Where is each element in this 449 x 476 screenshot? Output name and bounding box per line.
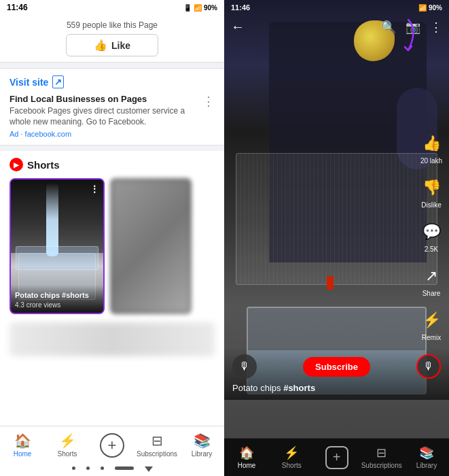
whatsapp-icon: 📱 bbox=[183, 4, 192, 12]
mic-button[interactable]: 🎙 bbox=[232, 354, 257, 379]
subscriptions-icon: ⊟ bbox=[151, 432, 163, 449]
right-panel: 11:46 📶 90% ← 🔍 📷 ⋮ bbox=[224, 0, 449, 476]
sys-back-indicator[interactable] bbox=[145, 466, 153, 472]
yt-nav-subscriptions[interactable]: ⊟ Subscriptions bbox=[359, 445, 404, 469]
remix-icon: ⚡ bbox=[419, 308, 444, 333]
mic-right-button[interactable]: 🎙 bbox=[416, 354, 441, 379]
shorts-title: Shorts bbox=[27, 159, 60, 171]
battery-left: 90% bbox=[204, 4, 217, 12]
signal-right-icon: 📶 bbox=[418, 4, 427, 12]
yt-video-title: Potato chips #shorts bbox=[232, 383, 441, 393]
external-link-icon: ↗ bbox=[52, 75, 64, 88]
fb-like-section: 559 people like this Page 👍 Like bbox=[0, 15, 224, 63]
like-icon: 👍 bbox=[419, 131, 444, 156]
dislike-label: Dislike bbox=[421, 201, 441, 209]
youtube-shorts-logo: ▶ bbox=[10, 158, 23, 171]
yt-nav-library[interactable]: 📚 Library bbox=[404, 445, 449, 469]
fb-nav-subscriptions[interactable]: ⊟ Subscriptions bbox=[134, 432, 179, 458]
video-title-text: Potato chips bbox=[232, 383, 283, 393]
yt-nav-shorts[interactable]: ⚡ Shorts bbox=[269, 445, 314, 469]
yt-bottom-nav: 🏠 Home ⚡ Shorts + ⊟ Subscriptions 📚 Libr… bbox=[224, 438, 449, 476]
remix-label: Remix bbox=[422, 334, 441, 341]
more-options-icon[interactable]: ⋮ bbox=[202, 94, 215, 109]
like-action[interactable]: 👍 20 lakh bbox=[419, 131, 444, 165]
ad-meta-text: Ad · facebook.com bbox=[10, 130, 71, 138]
yt-bottom-overlay: 🎙 Subscribe 🎙 Potato chips #shorts bbox=[224, 347, 449, 400]
like-button[interactable]: 👍 Like bbox=[66, 34, 158, 56]
fb-nav-add[interactable]: + bbox=[90, 433, 134, 458]
status-bar-right: 11:46 📶 90% bbox=[224, 0, 449, 15]
time-right: 11:46 bbox=[231, 3, 250, 12]
more-options-icon[interactable]: ⋮ bbox=[430, 20, 442, 35]
time-left: 11:46 bbox=[7, 3, 28, 12]
share-label: Share bbox=[423, 290, 441, 297]
fb-nav-lib-label: Library bbox=[192, 450, 213, 458]
yt-subs-icon: ⊟ bbox=[376, 445, 387, 460]
sys-dots-icon-3 bbox=[101, 466, 104, 470]
video-hashtag: #shorts bbox=[283, 383, 315, 393]
yt-nav-shorts-label: Shorts bbox=[282, 462, 302, 469]
share-action[interactable]: ↗ Share bbox=[419, 264, 444, 297]
shorts-card-views: 4.3 crore views bbox=[15, 301, 99, 309]
yt-nav-add[interactable]: + bbox=[314, 446, 359, 469]
library-icon: 📚 bbox=[194, 432, 211, 449]
yt-home-icon: 🏠 bbox=[239, 445, 254, 460]
likes-text: 559 people like this Page bbox=[67, 20, 158, 30]
subscribe-button[interactable]: Subscribe bbox=[303, 357, 370, 377]
shorts-header: ▶ Shorts bbox=[10, 158, 215, 171]
fb-nav-shorts-label: Shorts bbox=[58, 450, 77, 458]
shorts-card-more-icon[interactable]: ⋮ bbox=[90, 184, 99, 194]
remix-action[interactable]: ⚡ Remix bbox=[419, 308, 444, 341]
yt-action-buttons: 👍 20 lakh 👎 Dislike 💬 2.5K ↗ Share ⚡ Rem… bbox=[419, 131, 444, 341]
yt-shorts-icon: ⚡ bbox=[284, 445, 299, 460]
fb-nav-home-label: Home bbox=[14, 450, 32, 458]
yt-nav-lib-label: Library bbox=[416, 462, 437, 469]
fb-nav-home[interactable]: 🏠 Home bbox=[0, 432, 45, 458]
yt-controls-row: 🎙 Subscribe 🎙 bbox=[232, 354, 441, 379]
fb-ad-section: Find Local Businesses on Pages Facebook … bbox=[10, 94, 215, 138]
left-panel: 11:46 📱 📶 90% 559 people like this Page … bbox=[0, 0, 224, 476]
fb-nav-shorts[interactable]: ⚡ Shorts bbox=[45, 432, 90, 458]
ad-meta: Ad · facebook.com bbox=[10, 130, 197, 138]
dislike-action[interactable]: 👎 Dislike bbox=[419, 175, 444, 209]
yt-add-button[interactable]: + bbox=[325, 446, 348, 469]
status-icons-right: 📶 90% bbox=[418, 4, 442, 12]
fb-bottom-nav: 🏠 Home ⚡ Shorts + ⊟ Subscriptions 📚 Libr… bbox=[0, 426, 224, 464]
thumbs-up-icon: 👍 bbox=[94, 39, 107, 52]
ad-title: Find Local Businesses on Pages bbox=[10, 94, 197, 104]
yt-nav-home[interactable]: 🏠 Home bbox=[224, 445, 269, 469]
yt-nav-sub-label: Subscriptions bbox=[361, 462, 402, 469]
slicer-handle bbox=[327, 276, 334, 290]
back-button[interactable]: ← bbox=[231, 19, 245, 35]
visit-link[interactable]: Visit site ↗ bbox=[10, 75, 215, 88]
status-icons-left: 📱 📶 90% bbox=[183, 4, 217, 12]
slicer-grid-lines bbox=[236, 154, 437, 284]
shorts-nav-icon: ⚡ bbox=[59, 432, 76, 449]
battery-right: 90% bbox=[429, 4, 442, 12]
fb-ad-content: Find Local Businesses on Pages Facebook … bbox=[10, 94, 197, 138]
shorts-card-1[interactable]: ⋮ Potato chips #shorts 4.3 crore views bbox=[10, 178, 105, 314]
shorts-card-2-bg bbox=[110, 178, 192, 314]
add-button[interactable]: + bbox=[100, 433, 124, 458]
fb-nav-sub-label: Subscriptions bbox=[137, 450, 177, 458]
dislike-icon: 👎 bbox=[419, 175, 444, 200]
shorts-grid: ⋮ Potato chips #shorts 4.3 crore views bbox=[10, 178, 215, 314]
yt-library-icon: 📚 bbox=[419, 445, 434, 460]
fb-visit-section: Visit site ↗ Find Local Businesses on Pa… bbox=[0, 68, 224, 146]
ad-description: Facebook Pages gives direct customer ser… bbox=[10, 106, 197, 127]
sys-dots-icon-2 bbox=[86, 466, 90, 470]
shorts-card-overlay: Potato chips #shorts 4.3 crore views bbox=[11, 285, 103, 313]
slicer-tool bbox=[236, 153, 438, 284]
comment-action[interactable]: 💬 2.5K bbox=[419, 220, 444, 253]
yt-nav-home-label: Home bbox=[238, 462, 256, 469]
sys-dots-icon bbox=[72, 466, 75, 470]
shorts-card-title: Potato chips #shorts bbox=[15, 290, 99, 300]
yt-video-area[interactable]: 👍 20 lakh 👎 Dislike 💬 2.5K ↗ Share ⚡ Rem… bbox=[224, 0, 449, 438]
shorts-card-2[interactable] bbox=[110, 178, 192, 314]
shorts-section: ▶ Shorts ⋮ Potato chips #shorts 4.3 cror… bbox=[0, 151, 224, 426]
comment-count: 2.5K bbox=[425, 245, 439, 253]
visit-label: Visit site bbox=[10, 77, 48, 88]
fb-nav-library[interactable]: 📚 Library bbox=[179, 432, 224, 458]
share-icon: ↗ bbox=[419, 264, 444, 288]
annotation-arrow bbox=[388, 16, 422, 57]
